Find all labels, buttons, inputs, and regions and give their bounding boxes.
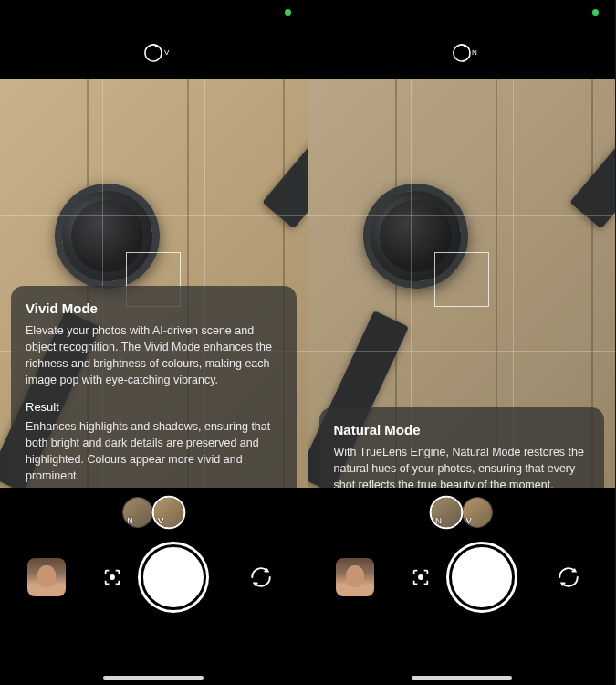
mode-thumbnail-picker: N V [122,497,184,528]
camera-flip-icon[interactable] [248,564,274,590]
camera-controls: N V [308,488,616,685]
mode-thumb-label: N [123,516,133,527]
mode-thumb-label: V [154,515,164,527]
mode-info-card: Natural Mode With TrueLens Engine, Natur… [319,407,605,488]
google-lens-icon[interactable] [409,565,433,589]
camera-privacy-indicator [285,9,291,16]
mode-thumb-label: N [432,515,442,527]
mode-thumb-natural[interactable]: N [429,496,463,530]
mode-thumb-vivid[interactable]: V [152,496,186,530]
mode-indicator-letter: N [472,48,477,57]
card-title: Vivid Mode [26,299,282,319]
card-subtitle: Result [26,399,282,416]
focus-indicator [434,252,489,307]
card-body: Elevate your photos with AI-driven scene… [26,322,282,389]
home-indicator[interactable] [412,676,512,680]
shutter-row [0,544,308,610]
gallery-thumbnail[interactable] [336,558,374,596]
mode-indicator-letter: V [164,48,169,57]
status-bar [308,0,616,27]
shutter-button[interactable] [141,544,206,610]
grid-line [308,215,616,216]
color-mode-icon[interactable]: N [451,42,473,64]
google-lens-icon[interactable] [100,565,124,589]
mode-info-card: Vivid Mode Elevate your photos with AI-d… [11,286,297,488]
status-bar [0,0,308,27]
phone-screen-natural: N Natural Mode With TrueLens Engine, Nat… [308,0,617,685]
camera-flip-icon[interactable] [556,564,581,590]
mode-thumb-vivid[interactable]: V [462,497,493,528]
gallery-thumbnail[interactable] [27,558,66,596]
card-title: Natural Mode [334,420,590,440]
card-body-secondary: Enhances highlights and shadows, ensurin… [26,418,282,485]
mode-thumb-natural[interactable]: N [122,497,153,528]
camera-controls: N V [0,488,308,685]
top-mode-bar: N [308,27,616,79]
card-body: With TrueLens Engine, Natural Mode resto… [334,444,590,488]
viewfinder[interactable]: Vivid Mode Elevate your photos with AI-d… [0,79,308,488]
mode-thumb-label: V [463,516,472,527]
camera-privacy-indicator [592,9,599,16]
color-mode-icon[interactable]: V [142,42,164,64]
viewfinder[interactable]: Natural Mode With TrueLens Engine, Natur… [308,79,616,488]
phone-screen-vivid: V Vivid Mode Elevate your photos with AI… [0,0,308,685]
shutter-button[interactable] [449,544,515,610]
home-indicator[interactable] [103,676,204,680]
grid-line [0,215,308,216]
grid-line [308,351,616,352]
svg-point-0 [110,575,114,579]
shutter-row [308,544,616,610]
mode-thumbnail-picker: N V [431,497,493,528]
top-mode-bar: V [0,27,308,79]
svg-point-1 [419,575,423,579]
